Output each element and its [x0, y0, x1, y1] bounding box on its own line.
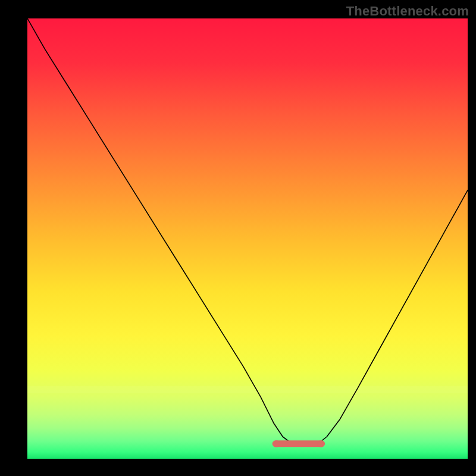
watermark-text: TheBottleneck.com	[346, 4, 469, 19]
optimal-range-cap-right	[317, 440, 325, 447]
optimal-range-marker	[273, 440, 325, 447]
bottleneck-curve-line	[27, 18, 468, 446]
plot-area	[27, 18, 468, 459]
app-frame: TheBottleneck.com	[0, 0, 476, 476]
optimal-range-cap-left	[273, 440, 280, 447]
bottleneck-chart	[27, 18, 468, 459]
